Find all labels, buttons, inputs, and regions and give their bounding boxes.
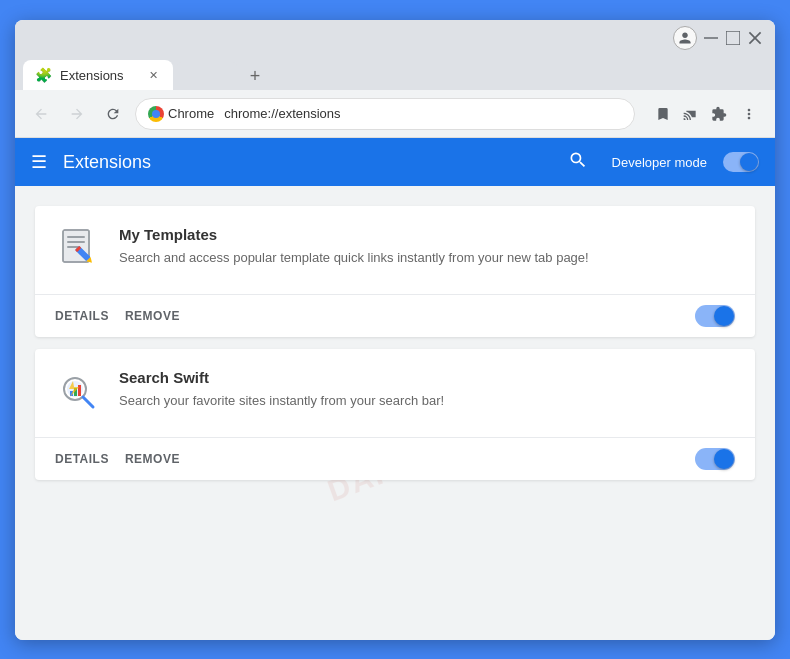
extension-name-2: Search Swift	[119, 369, 735, 386]
details-button-1[interactable]: DETAILS	[55, 305, 109, 327]
details-button-2[interactable]: DETAILS	[55, 448, 109, 470]
tab-label: Extensions	[60, 68, 124, 83]
forward-button[interactable]	[63, 100, 91, 128]
developer-mode-toggle[interactable]	[723, 152, 759, 172]
extensions-tab[interactable]: 🧩 Extensions ✕	[23, 60, 173, 90]
window-controls	[673, 26, 763, 50]
browser-menu-button[interactable]	[735, 100, 763, 128]
ext-toggle-wrap-2	[695, 448, 735, 470]
my-templates-icon	[55, 226, 103, 274]
extension-card-body-2: Search Swift Search your favorite sites …	[35, 349, 755, 437]
address-bar: Chrome chrome://extensions	[15, 90, 775, 138]
extension-desc-2: Search your favorite sites instantly fro…	[119, 392, 735, 410]
extension-icon[interactable]	[707, 102, 731, 126]
svg-rect-16	[78, 385, 81, 396]
extension-card-my-templates: My Templates Search and access popular t…	[35, 206, 755, 337]
tab-close-button[interactable]: ✕	[145, 67, 161, 83]
extension-desc-1: Search and access popular template quick…	[119, 249, 735, 267]
tab-bar: 🧩 Extensions ✕ +	[15, 56, 775, 90]
user-icon[interactable]	[673, 26, 697, 50]
close-button[interactable]	[747, 30, 763, 46]
extension-toggle-2[interactable]	[695, 448, 735, 470]
svg-rect-0	[704, 37, 718, 38]
extension-info-1: My Templates Search and access popular t…	[119, 226, 735, 267]
new-tab-button[interactable]: +	[241, 62, 269, 90]
maximize-button[interactable]	[725, 30, 741, 46]
address-icons	[651, 100, 763, 128]
svg-rect-5	[67, 236, 85, 238]
chrome-label: Chrome	[168, 106, 214, 121]
remove-button-2[interactable]: REMOVE	[125, 448, 180, 470]
search-icon[interactable]	[568, 150, 588, 175]
url-display: chrome://extensions	[220, 106, 622, 121]
extension-name-1: My Templates	[119, 226, 735, 243]
search-swift-icon	[55, 369, 103, 417]
extension-info-2: Search Swift Search your favorite sites …	[119, 369, 735, 410]
extensions-page-title: Extensions	[63, 152, 552, 173]
title-bar	[15, 20, 775, 56]
address-input[interactable]: Chrome chrome://extensions	[135, 98, 635, 130]
remove-button-1[interactable]: REMOVE	[125, 305, 180, 327]
chrome-logo-icon	[148, 106, 164, 122]
hamburger-menu-icon[interactable]: ☰	[31, 151, 47, 173]
chrome-badge: Chrome	[148, 106, 214, 122]
svg-rect-1	[726, 31, 740, 45]
browser-window: 🧩 Extensions ✕ + Chrome chrome://extensi…	[15, 20, 775, 640]
refresh-button[interactable]	[99, 100, 127, 128]
extension-card-body-1: My Templates Search and access popular t…	[35, 206, 755, 294]
extension-toggle-1[interactable]	[695, 305, 735, 327]
extensions-content: 🔍 DAFUQD10	[15, 186, 775, 640]
extensions-header: ☰ Extensions Developer mode	[15, 138, 775, 186]
extension-footer-1: DETAILS REMOVE	[35, 294, 755, 337]
svg-rect-6	[67, 241, 85, 243]
svg-line-17	[83, 397, 93, 407]
extension-footer-2: DETAILS REMOVE	[35, 437, 755, 480]
extension-card-search-swift: Search Swift Search your favorite sites …	[35, 349, 755, 480]
minimize-button[interactable]	[703, 30, 719, 46]
ext-toggle-wrap-1	[695, 305, 735, 327]
bookmark-icon[interactable]	[651, 102, 675, 126]
svg-rect-7	[67, 246, 79, 248]
cast-icon[interactable]	[679, 102, 703, 126]
back-button[interactable]	[27, 100, 55, 128]
tab-icon: 🧩	[35, 67, 52, 83]
developer-mode-label: Developer mode	[612, 155, 707, 170]
